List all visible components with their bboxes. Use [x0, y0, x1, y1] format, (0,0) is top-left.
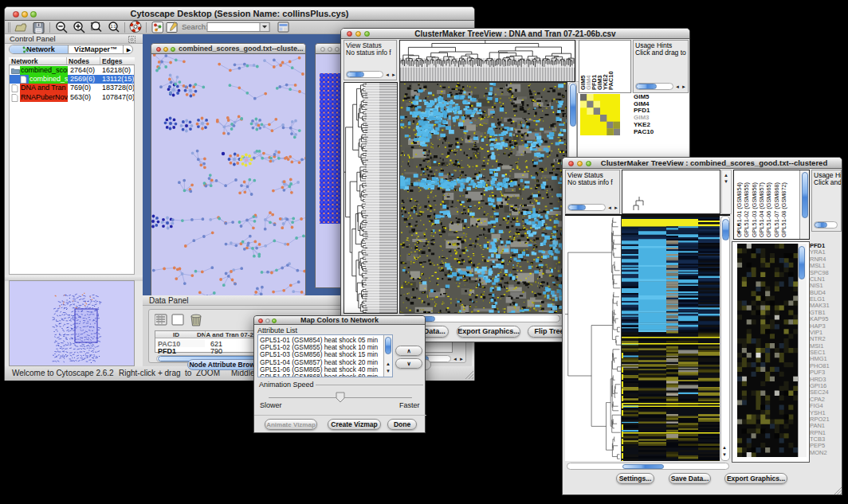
svg-text:GPL51-07 (GSM868): GPL51-07 (GSM868)	[773, 182, 780, 237]
svg-text:1:1: 1:1	[111, 24, 116, 29]
svg-text:PAC10: PAC10	[607, 71, 614, 90]
svg-text:GPL51-06 (GSM865): GPL51-06 (GSM865)	[765, 182, 772, 237]
svg-text:Search:: Search:	[182, 22, 208, 31]
svg-text:GPL51-02 (GSM855): GPL51-02 (GSM855)	[743, 182, 750, 237]
svg-text:GPL51-08 (GSM872): GPL51-08 (GSM872)	[780, 182, 787, 237]
svg-text:GPL51-03 (GSM856): GPL51-03 (GSM856)	[751, 182, 758, 237]
svg-text:GPL51-04 (GSM857): GPL51-04 (GSM857)	[758, 182, 765, 237]
